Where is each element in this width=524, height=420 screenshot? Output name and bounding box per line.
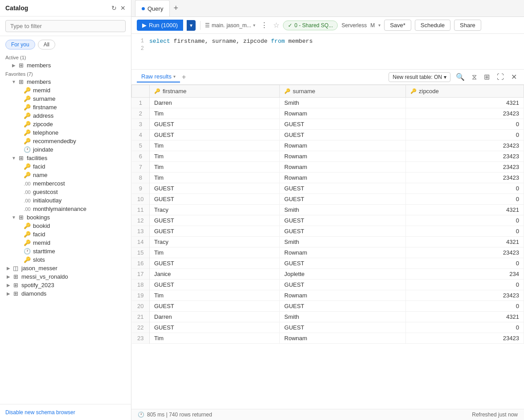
firstname-header[interactable]: 🔑 firstname (150, 85, 280, 98)
zipcode-cell: 0 (406, 183, 524, 194)
new-result-table-select[interactable]: New result table: ON ▾ (389, 72, 450, 82)
close-icon[interactable]: ✕ (120, 4, 126, 12)
firstname-cell: Tim (150, 108, 280, 119)
sidebar-item-zipcode[interactable]: 🔑 zipcode (0, 120, 131, 128)
sidebar-item-surname[interactable]: 🔑 surname (0, 95, 131, 103)
line-number: 1 (131, 38, 149, 44)
results-table: 🔑 firstname 🔑 surname (131, 85, 524, 344)
table-row: 4GUESTGUEST0 (132, 130, 524, 140)
firstname-cell: GUEST (150, 301, 280, 312)
save-button[interactable]: Save* (384, 20, 411, 31)
expand-button[interactable]: ⛶ (495, 72, 506, 82)
sidebar-item-guestcost[interactable]: .00 guestcost (0, 188, 131, 196)
sidebar-header: Catalog ↻ ✕ (0, 0, 131, 16)
sidebar-item-memid[interactable]: 🔑 memid (0, 86, 131, 95)
sidebar-item-members-active[interactable]: ▶ ⊞ members (0, 61, 131, 70)
results-toolbar: Raw results ▾ + New result table: ON ▾ 🔍… (131, 70, 524, 85)
table-icon: ⊞ (17, 78, 25, 85)
schedule-button[interactable]: Schedule (415, 20, 450, 31)
table-icon: ⊞ (17, 155, 25, 161)
status-badge[interactable]: ✓ 0 - Shared SQ... (283, 21, 338, 30)
row-number: 14 (132, 237, 150, 247)
sidebar-item-spotify-2023[interactable]: ▶ ⊞ spotify_2023 (0, 281, 131, 289)
raw-results-tab[interactable]: Raw results ▾ (137, 71, 180, 82)
table-icon: ⊞ (17, 62, 25, 69)
sidebar-item-initialoutlay[interactable]: .00 initialoutlay (0, 196, 131, 205)
decimal-icon: .00 (23, 198, 31, 203)
sidebar-item-telephone[interactable]: 🔑 telephone (0, 128, 131, 137)
query-tab[interactable]: Query (135, 0, 170, 16)
disable-schema-browser-link[interactable]: Disable new schema browser (5, 409, 75, 416)
sidebar-item-jason-messer[interactable]: ▶ ◫ jason_messer (0, 264, 131, 272)
sidebar-tabs: For you All (0, 36, 131, 51)
surname-header[interactable]: 🔑 surname (280, 85, 406, 98)
chevron-right-icon: ▶ (5, 291, 12, 296)
zipcode-cell: 0 (406, 215, 524, 226)
add-result-tab-button[interactable]: + (182, 73, 186, 81)
sidebar-item-memid2[interactable]: 🔑 memid (0, 239, 131, 247)
columns-button[interactable]: ⊞ (482, 72, 491, 82)
new-result-label: New result table: ON (393, 74, 442, 80)
table-row: 11TracySmith4321 (132, 205, 524, 215)
compute-chevron-icon[interactable]: ▾ (378, 23, 381, 28)
chevron-down-icon: ▶ (11, 63, 17, 68)
sidebar-item-name[interactable]: 🔑 name (0, 171, 131, 179)
tab-all[interactable]: All (38, 40, 55, 49)
sidebar: Catalog ↻ ✕ For you All Active (1) ▶ ⊞ m… (0, 0, 131, 420)
table-row: 7TimRownam23423 (132, 162, 524, 173)
sidebar-item-facilities[interactable]: ▼ ⊞ facilities (0, 154, 131, 162)
sidebar-item-members-fav[interactable]: ▼ ⊞ members (0, 78, 131, 86)
sidebar-item-messi-vs-ronaldo[interactable]: ▶ ⊞ messi_vs_ronaldo (0, 272, 131, 281)
sidebar-item-label: telephone (33, 129, 58, 136)
sidebar-item-recommendedby[interactable]: 🔑 recommendedby (0, 137, 131, 145)
run-dropdown-button[interactable]: ▾ (187, 20, 196, 31)
surname-cell: Smith (280, 237, 406, 247)
sidebar-item-diamonds[interactable]: ▶ ⊞ diamonds (0, 289, 131, 298)
key-icon: 🔑 (23, 95, 31, 102)
close-results-button[interactable]: ✕ (509, 72, 519, 82)
editor-line-1: 1 select firstname, surname, zipcode fro… (131, 37, 524, 45)
add-tab-button[interactable]: + (171, 3, 181, 14)
more-options-button[interactable]: ⋮ (259, 20, 270, 30)
zipcode-cell: 0 (406, 322, 524, 333)
sidebar-item-bookings[interactable]: ▼ ⊞ bookings (0, 213, 131, 222)
filter-results-button[interactable]: ⧖ (470, 72, 479, 82)
row-number: 2 (132, 108, 150, 119)
check-icon: ✓ (288, 22, 292, 29)
sidebar-item-label: monthlymaintenance (33, 206, 86, 212)
firstname-cell: Darren (150, 98, 280, 108)
sidebar-item-membercost[interactable]: .00 membercost (0, 179, 131, 188)
refresh-icon[interactable]: ↻ (111, 4, 117, 12)
zipcode-cell: 0 (406, 194, 524, 205)
favorites-section-label: Favorites (7) (0, 70, 131, 78)
sidebar-item-firstname[interactable]: 🔑 firstname (0, 103, 131, 111)
sidebar-item-slots[interactable]: 🔑 slots (0, 255, 131, 264)
sidebar-item-facid2[interactable]: 🔑 facid (0, 230, 131, 239)
row-number: 3 (132, 119, 150, 130)
sidebar-item-facid[interactable]: 🔑 facid (0, 162, 131, 171)
zipcode-header[interactable]: 🔑 zipcode (406, 85, 524, 98)
row-number: 10 (132, 194, 150, 205)
sidebar-item-address[interactable]: 🔑 address (0, 111, 131, 120)
run-button[interactable]: ▶ Run (1000) (137, 20, 183, 31)
star-button[interactable]: ☆ (273, 21, 279, 29)
sidebar-item-label: diamonds (21, 290, 46, 297)
sidebar-item-label: slots (33, 256, 45, 263)
table-icon: ⊞ (12, 273, 20, 280)
search-input[interactable] (5, 20, 126, 32)
tab-for-you[interactable]: For you (5, 40, 35, 49)
database-selector[interactable]: ☰ main. jason_m... ▾ (205, 22, 255, 29)
line-number: 2 (131, 45, 149, 52)
firstname-cell: Tim (150, 140, 280, 151)
sidebar-item-monthlymaintenance[interactable]: .00 monthlymaintenance (0, 205, 131, 213)
zipcode-cell: 23423 (406, 151, 524, 162)
share-button[interactable]: Share (454, 20, 481, 31)
sql-editor[interactable]: 1 select firstname, surname, zipcode fro… (131, 34, 524, 70)
key-icon: 🔑 (23, 121, 31, 128)
sidebar-item-starttime[interactable]: 🕐 starttime (0, 247, 131, 255)
table-row: 14TracySmith4321 (132, 237, 524, 247)
row-number: 15 (132, 247, 150, 258)
search-results-button[interactable]: 🔍 (454, 72, 467, 82)
sidebar-item-bookid[interactable]: 🔑 bookid (0, 222, 131, 230)
sidebar-item-joindate[interactable]: 🕐 joindate (0, 145, 131, 154)
